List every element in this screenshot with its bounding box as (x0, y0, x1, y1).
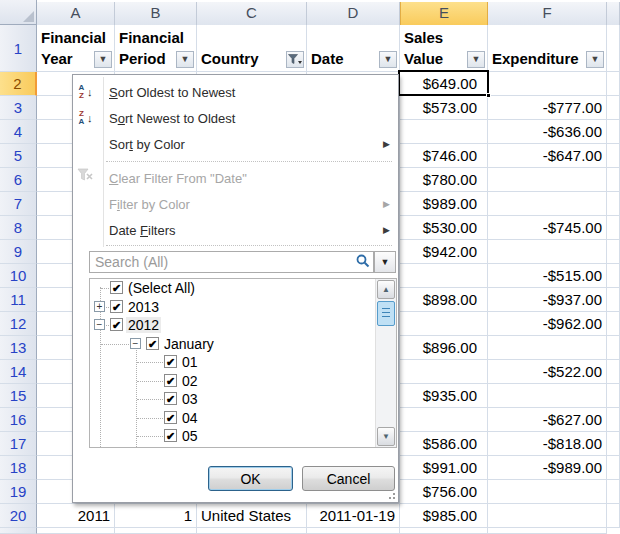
cell-F14[interactable]: -$522.00 (488, 360, 607, 384)
header-financial-period[interactable]: Financial Period ▼ (115, 25, 197, 72)
cell-E18[interactable]: $991.00 (400, 456, 488, 480)
cell-F7[interactable] (488, 192, 607, 216)
row-header-9[interactable]: 9 (0, 240, 37, 264)
filter-dropdown-year[interactable]: ▼ (94, 51, 112, 68)
cell-F10[interactable]: -$515.00 (488, 264, 607, 288)
scroll-up-button[interactable]: ▲ (377, 280, 395, 299)
column-header-c[interactable]: C (197, 2, 307, 27)
tree-item-2013[interactable]: +✔2013 (90, 298, 374, 317)
cell-F3[interactable]: -$777.00 (488, 96, 607, 120)
checkbox-2012[interactable]: ✔ (110, 318, 123, 331)
row-header-13[interactable]: 13 (0, 336, 37, 360)
column-header-e-selected[interactable]: E (400, 2, 488, 27)
cell-E10[interactable] (400, 264, 488, 288)
tree-item-02[interactable]: ✔02 (90, 372, 374, 391)
filter-dropdown-date[interactable]: ▼ (379, 51, 397, 68)
header-expenditure[interactable]: Expenditure ▼ (488, 25, 607, 72)
filter-dropdown-sales-value[interactable]: ▼ (467, 51, 485, 68)
scroll-down-button[interactable]: ▼ (377, 427, 395, 446)
cell-E14[interactable] (400, 360, 488, 384)
column-header-a[interactable]: A (37, 2, 115, 27)
cell-E2[interactable]: $649.00 (400, 72, 488, 96)
cell-E17[interactable]: $586.00 (400, 432, 488, 456)
cell-F8[interactable]: -$745.00 (488, 216, 607, 240)
checkbox-2013[interactable]: ✔ (110, 300, 123, 313)
tree-item-january[interactable]: −✔January (90, 335, 374, 354)
tree-item-01[interactable]: ✔01 (90, 353, 374, 372)
scrollbar-thumb[interactable] (377, 301, 395, 326)
cell-E9[interactable]: $942.00 (400, 240, 488, 264)
cell-G5-partial[interactable] (607, 144, 620, 168)
cell-F6[interactable] (488, 168, 607, 192)
cell-E6[interactable]: $780.00 (400, 168, 488, 192)
row-header-10[interactable]: 10 (0, 264, 37, 288)
cell-E3[interactable]: $573.00 (400, 96, 488, 120)
select-all-corner[interactable] (0, 0, 37, 25)
column-header-b[interactable]: B (115, 2, 197, 27)
cell-F20[interactable] (488, 504, 607, 528)
cell-E19[interactable]: $756.00 (400, 480, 488, 504)
ok-button[interactable]: OK (208, 466, 293, 491)
search-input[interactable] (89, 251, 374, 273)
cell-D20[interactable]: 2011-01-19 (307, 504, 400, 528)
row-header-7[interactable]: 7 (0, 192, 37, 216)
cell-G6-partial[interactable] (607, 168, 620, 192)
cell-G12-partial[interactable] (607, 312, 620, 336)
search-dropdown-button[interactable]: ▼ (374, 251, 396, 273)
row-header-6[interactable]: 6 (0, 168, 37, 192)
row-header-3[interactable]: 3 (0, 96, 37, 120)
filter-dropdown-period[interactable]: ▼ (176, 51, 194, 68)
checkbox-January[interactable]: ✔ (146, 337, 159, 350)
cancel-button[interactable]: Cancel (302, 466, 395, 491)
list-scrollbar[interactable]: ▲ ▼ (375, 279, 396, 447)
filter-dropdown-expenditure[interactable]: ▼ (586, 51, 604, 68)
row-header-15[interactable]: 15 (0, 384, 37, 408)
checkbox-03[interactable]: ✔ (164, 392, 177, 405)
row-header-11[interactable]: 11 (0, 288, 37, 312)
cell-F9[interactable] (488, 240, 607, 264)
cell-F16[interactable]: -$627.00 (488, 408, 607, 432)
cell-G11-partial[interactable] (607, 288, 620, 312)
cell-E13[interactable]: $896.00 (400, 336, 488, 360)
cell-G3-partial[interactable] (607, 96, 620, 120)
header-financial-year[interactable]: Financial Year ▼ (37, 25, 115, 72)
cell-F4[interactable]: -$636.00 (488, 120, 607, 144)
tree-item-03[interactable]: ✔03 (90, 390, 374, 409)
filter-funnel-country-icon[interactable] (286, 51, 304, 68)
column-header-g-partial[interactable] (607, 2, 620, 27)
header-date[interactable]: Date ▼ (307, 25, 400, 72)
cell-F13[interactable] (488, 336, 607, 360)
cell-E16[interactable] (400, 408, 488, 432)
row-header-2[interactable]: 2 (0, 72, 37, 96)
cell-E15[interactable]: $935.00 (400, 384, 488, 408)
tree-item-05[interactable]: ✔05 (90, 427, 374, 446)
header-country[interactable]: Country (197, 25, 307, 72)
row-header-18[interactable]: 18 (0, 456, 37, 480)
row-header-12[interactable]: 12 (0, 312, 37, 336)
cell-G20-partial[interactable] (607, 504, 620, 528)
row-header-14[interactable]: 14 (0, 360, 37, 384)
cell-F18[interactable]: -$989.00 (488, 456, 607, 480)
cell-E20[interactable]: $985.00 (400, 504, 488, 528)
resize-grip[interactable] (386, 490, 395, 499)
cell-F2[interactable] (488, 72, 607, 96)
cell-A20[interactable]: 2011 (37, 504, 115, 528)
cell-E12[interactable] (400, 312, 488, 336)
checkbox-01[interactable]: ✔ (164, 355, 177, 368)
row-header-1[interactable]: 1 (0, 25, 37, 72)
cell-F19[interactable] (488, 480, 607, 504)
menu-item-date-filters[interactable]: Date Filters ▶ (73, 217, 398, 243)
cell-G13-partial[interactable] (607, 336, 620, 360)
tree-item-04[interactable]: ✔04 (90, 409, 374, 428)
row-header-17[interactable]: 17 (0, 432, 37, 456)
checkbox-(Select All)[interactable]: ✔ (110, 281, 123, 294)
row-header-5[interactable]: 5 (0, 144, 37, 168)
cell-F17[interactable]: -$818.00 (488, 432, 607, 456)
cell-E11[interactable]: $898.00 (400, 288, 488, 312)
cell-G17-partial[interactable] (607, 432, 620, 456)
cell-C20[interactable]: United States (197, 504, 307, 528)
header-sales-value[interactable]: Sales Value ▼ (400, 25, 488, 72)
cell-G9-partial[interactable] (607, 240, 620, 264)
cell-G8-partial[interactable] (607, 216, 620, 240)
cell-G15-partial[interactable] (607, 384, 620, 408)
